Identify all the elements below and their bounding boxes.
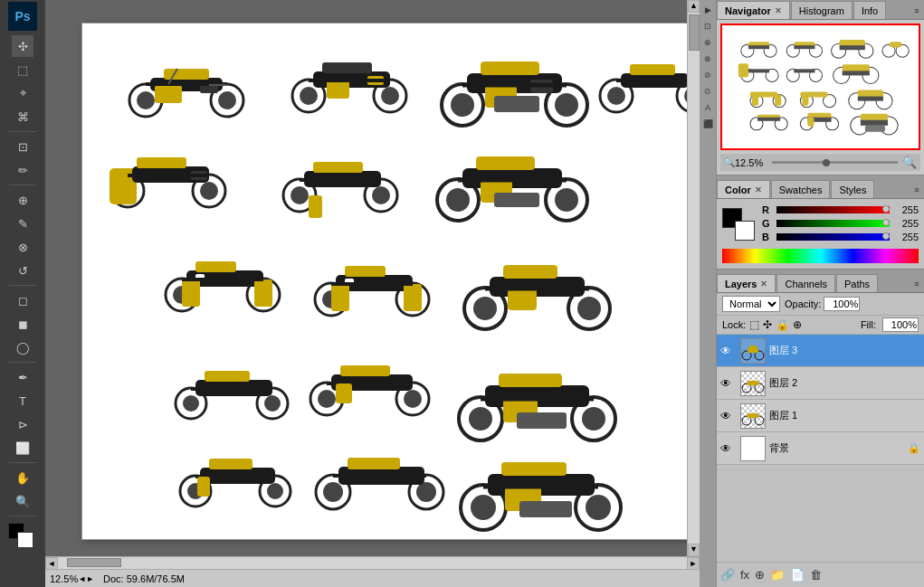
layer-2-visibility[interactable]: 👁 xyxy=(720,377,737,390)
layer-bg-visibility[interactable]: 👁 xyxy=(720,442,737,455)
lock-pixels-icon[interactable]: ⬚ xyxy=(749,318,759,331)
background-color[interactable] xyxy=(17,532,33,548)
svg-rect-128 xyxy=(348,458,400,469)
b-slider-thumb[interactable] xyxy=(882,232,890,240)
fg-bg-colors[interactable] xyxy=(8,523,37,552)
gradient-tool[interactable]: ◼ xyxy=(12,313,33,335)
svg-rect-158 xyxy=(748,69,769,72)
quick-select-tool[interactable]: ⌘ xyxy=(12,106,33,128)
layer-3-visibility[interactable]: 👁 xyxy=(720,345,737,357)
zoom-tool[interactable]: 🔍 xyxy=(12,490,33,512)
healing-tool[interactable]: ⊕ xyxy=(12,189,33,211)
svg-rect-161 xyxy=(794,69,814,72)
fill-input[interactable] xyxy=(882,317,919,332)
close-color-tab[interactable]: ✕ xyxy=(755,185,762,194)
crop-tool[interactable]: ⊡ xyxy=(12,136,33,157)
eraser-tool[interactable]: ◻ xyxy=(12,289,33,311)
move-tool[interactable]: ✣ xyxy=(12,35,33,57)
zoom-slider[interactable] xyxy=(772,161,898,164)
layer-row-1[interactable]: 👁 图层 1 xyxy=(717,400,924,432)
brush-tool[interactable]: ✎ xyxy=(12,213,33,234)
navigator-panel-menu[interactable]: ≡ xyxy=(910,4,924,18)
b-slider[interactable] xyxy=(776,233,890,241)
tab-swatches[interactable]: Swatches xyxy=(771,180,831,198)
tab-color[interactable]: Color ✕ xyxy=(717,180,770,198)
svg-point-33 xyxy=(684,87,687,105)
opacity-input[interactable]: 100% xyxy=(824,297,860,311)
tab-navigator[interactable]: Navigator ✕ xyxy=(717,1,790,19)
hand-tool[interactable]: ✋ xyxy=(12,467,33,488)
zoom-slider-thumb[interactable] xyxy=(823,159,830,166)
blend-mode-select[interactable]: Normal xyxy=(722,296,780,312)
clone-tool[interactable]: ⊗ xyxy=(12,236,33,258)
color-bg-swatch[interactable] xyxy=(735,221,755,241)
scroll-track-h[interactable] xyxy=(58,557,687,569)
path-selection-tool[interactable]: ⊳ xyxy=(12,413,33,435)
dodge-tool[interactable]: ◯ xyxy=(12,336,33,358)
navigator-preview[interactable] xyxy=(720,24,920,150)
new-group-btn[interactable]: 📁 xyxy=(770,568,785,582)
panel-btn-5[interactable]: ⊘ xyxy=(700,68,715,82)
tab-paths[interactable]: Paths xyxy=(836,274,878,292)
color-panel-menu[interactable]: ≡ xyxy=(910,183,924,197)
layers-panel-menu[interactable]: ≡ xyxy=(910,277,924,291)
layer-row-3[interactable]: 👁 图层 3 xyxy=(717,335,924,367)
layer-1-visibility[interactable]: 👁 xyxy=(720,410,737,422)
tab-styles[interactable]: Styles xyxy=(831,180,874,198)
panel-btn-8[interactable]: ⬛ xyxy=(700,117,715,131)
scroll-up-arrow[interactable]: ▲ xyxy=(688,0,700,13)
vertical-scrollbar[interactable]: ▲ ▼ xyxy=(687,0,700,556)
new-layer-btn[interactable]: 📄 xyxy=(790,568,805,582)
status-left-arrow[interactable]: ◄ xyxy=(78,574,86,583)
lock-move-icon[interactable]: ✣ xyxy=(763,318,772,331)
tab-info[interactable]: Info xyxy=(853,1,886,19)
panel-btn-4[interactable]: ⊗ xyxy=(700,52,715,66)
panel-btn-6[interactable]: ⊙ xyxy=(700,84,715,99)
status-right-arrow[interactable]: ► xyxy=(86,574,94,583)
lasso-tool[interactable]: ⌖ xyxy=(12,82,33,104)
eyedropper-tool[interactable]: ✏ xyxy=(12,159,33,181)
close-navigator-tab[interactable]: ✕ xyxy=(775,6,782,15)
color-spectrum-bar[interactable] xyxy=(722,249,919,263)
tab-channels[interactable]: Channels xyxy=(776,274,834,292)
scroll-right-arrow[interactable]: ► xyxy=(687,557,700,570)
panel-btn-2[interactable]: ⊡ xyxy=(700,19,715,33)
pen-tool[interactable]: ✒ xyxy=(12,366,33,388)
close-layers-tab[interactable]: ✕ xyxy=(760,279,767,289)
type-tool[interactable]: T xyxy=(12,390,33,412)
history-brush-tool[interactable]: ↺ xyxy=(12,260,33,281)
tab-histogram[interactable]: Histogram xyxy=(791,1,853,19)
layer-row-2[interactable]: 👁 图层 2 xyxy=(717,367,924,400)
layer-row-bg[interactable]: 👁 背景 🔒 xyxy=(717,432,924,465)
panel-btn-3[interactable]: ⊕ xyxy=(700,35,715,50)
canvas-document[interactable] xyxy=(81,23,687,540)
scroll-thumb-h[interactable] xyxy=(67,558,121,567)
lock-all-icon[interactable]: 🔒 xyxy=(776,318,789,331)
panel-expand-btn[interactable]: ▶ xyxy=(700,3,715,17)
color-fg-bg[interactable] xyxy=(722,208,757,242)
shape-tool[interactable]: ⬜ xyxy=(12,437,33,459)
svg-rect-80 xyxy=(404,284,422,311)
horizontal-scrollbar[interactable]: ◄ ► xyxy=(45,556,700,569)
scroll-down-arrow[interactable]: ▼ xyxy=(688,544,700,556)
zoom-in-icon[interactable]: 🔍 xyxy=(902,156,917,169)
tab-layers[interactable]: Layers ✕ xyxy=(717,274,776,292)
link-layers-btn[interactable]: 🔗 xyxy=(720,568,735,582)
scroll-thumb-v[interactable] xyxy=(689,14,700,51)
r-slider[interactable] xyxy=(776,206,890,213)
scroll-track-v[interactable] xyxy=(688,13,700,544)
scroll-left-arrow[interactable]: ◄ xyxy=(45,557,58,570)
zoom-out-icon[interactable]: 🔍 xyxy=(724,157,735,167)
svg-rect-16 xyxy=(322,62,372,73)
panel-btn-7[interactable]: A xyxy=(700,100,715,115)
add-mask-btn[interactable]: ⊕ xyxy=(755,568,765,582)
fx-btn[interactable]: fx xyxy=(740,568,749,582)
delete-layer-btn[interactable]: 🗑 xyxy=(810,568,822,582)
svg-point-126 xyxy=(416,482,436,502)
marquee-tool[interactable]: ⬚ xyxy=(12,59,33,80)
g-slider-thumb[interactable] xyxy=(882,219,890,226)
canvas-area[interactable] xyxy=(45,0,687,556)
r-slider-thumb[interactable] xyxy=(882,205,890,213)
lock-extra-icon[interactable]: ⊕ xyxy=(793,318,802,331)
g-slider[interactable] xyxy=(776,220,890,227)
